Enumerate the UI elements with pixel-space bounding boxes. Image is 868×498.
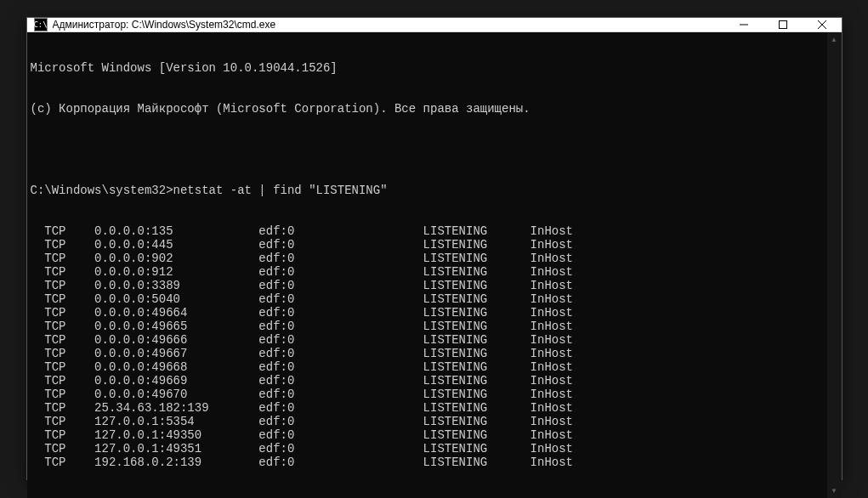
cmd-icon: C:\ — [34, 18, 48, 31]
terminal-wrap: Microsoft Windows [Version 10.0.19044.15… — [27, 32, 842, 498]
netstat-row: TCP 0.0.0.0:902 edf:0 LISTENING InHost — [31, 252, 824, 265]
netstat-row: TCP 0.0.0.0:49664 edf:0 LISTENING InHost — [31, 306, 824, 320]
netstat-row: TCP 0.0.0.0:5040 edf:0 LISTENING InHost — [31, 292, 824, 306]
netstat-row: TCP 0.0.0.0:49668 edf:0 LISTENING InHost — [31, 360, 824, 374]
netstat-row: TCP 25.34.63.182:139 edf:0 LISTENING InH… — [31, 401, 824, 415]
netstat-row: TCP 0.0.0.0:445 edf:0 LISTENING InHost — [31, 238, 824, 252]
netstat-row: TCP 127.0.0.1:49350 edf:0 LISTENING InHo… — [31, 428, 824, 442]
netstat-row: TCP 0.0.0.0:49667 edf:0 LISTENING InHost — [31, 347, 824, 360]
netstat-row: TCP 0.0.0.0:49666 edf:0 LISTENING InHost — [31, 333, 824, 347]
svg-rect-1 — [779, 21, 786, 29]
close-button[interactable] — [803, 18, 842, 31]
scroll-down-icon[interactable]: ▼ — [827, 484, 842, 498]
netstat-row: TCP 0.0.0.0:912 edf:0 LISTENING InHost — [31, 265, 824, 279]
scroll-up-icon[interactable]: ▲ — [827, 32, 842, 47]
prompt-line: C:\Windows\system32>netstat -at | find "… — [31, 184, 824, 197]
netstat-row: TCP 192.168.0.2:139 edf:0 LISTENING InHo… — [31, 456, 824, 469]
window-controls — [724, 18, 842, 31]
prompt-command: netstat -at | find "LISTENING" — [173, 184, 388, 197]
blank-line — [31, 143, 824, 156]
cmd-window: C:\ Администратор: C:\Windows\System32\c… — [26, 17, 842, 480]
netstat-row: TCP 0.0.0.0:135 edf:0 LISTENING InHost — [31, 224, 824, 238]
netstat-row: TCP 127.0.0.1:49351 edf:0 LISTENING InHo… — [31, 442, 824, 456]
scrollbar[interactable]: ▲ ▼ — [827, 32, 842, 498]
minimize-button[interactable] — [724, 18, 763, 31]
netstat-row: TCP 0.0.0.0:49670 edf:0 LISTENING InHost — [31, 388, 824, 401]
window-title: Администратор: C:\Windows\System32\cmd.e… — [53, 19, 724, 31]
maximize-button[interactable] — [763, 18, 803, 31]
prompt-path: C:\Windows\system32> — [31, 184, 173, 197]
netstat-row: TCP 127.0.0.1:5354 edf:0 LISTENING InHos… — [31, 415, 824, 428]
netstat-row: TCP 0.0.0.0:3389 edf:0 LISTENING InHost — [31, 279, 824, 292]
copyright-line: (c) Корпорация Майкрософт (Microsoft Cor… — [31, 102, 824, 116]
titlebar[interactable]: C:\ Администратор: C:\Windows\System32\c… — [27, 18, 842, 32]
version-line: Microsoft Windows [Version 10.0.19044.15… — [31, 61, 824, 75]
netstat-row: TCP 0.0.0.0:49665 edf:0 LISTENING InHost — [31, 320, 824, 333]
terminal-output[interactable]: Microsoft Windows [Version 10.0.19044.15… — [27, 32, 827, 498]
netstat-row: TCP 0.0.0.0:49669 edf:0 LISTENING InHost — [31, 374, 824, 388]
netstat-rows: TCP 0.0.0.0:135 edf:0 LISTENING InHost T… — [31, 224, 824, 469]
